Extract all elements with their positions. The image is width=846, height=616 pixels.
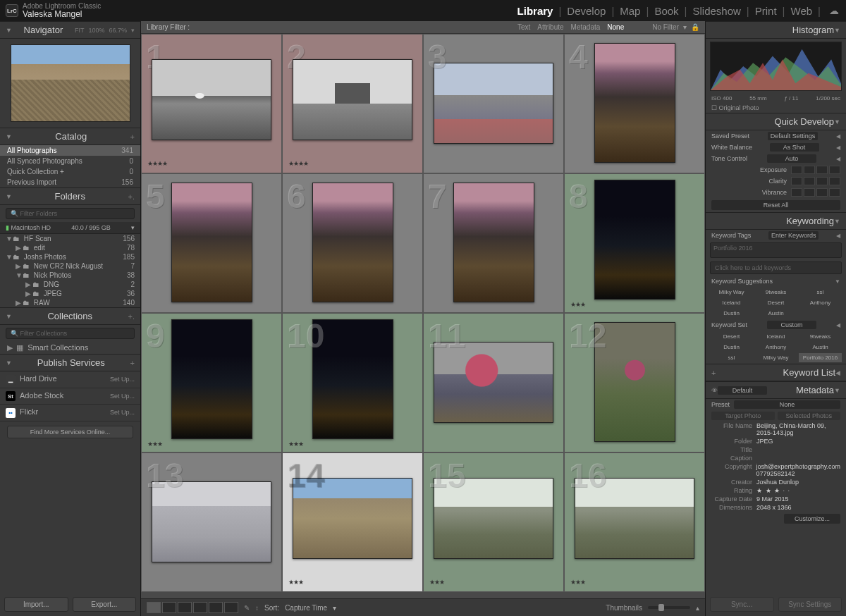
thumbnail[interactable] [453, 183, 534, 302]
keyword-suggestion[interactable]: Austin [754, 309, 797, 318]
thumbnail[interactable] [171, 183, 252, 302]
publish-service[interactable]: ••FlickrSet Up... [0, 405, 140, 421]
thumbnail[interactable] [434, 342, 553, 423]
metadata-row[interactable]: Caption [706, 454, 846, 462]
keyword-set-item[interactable]: Portfolio 2016 [799, 353, 842, 362]
keyword-set-item[interactable]: Milky Way [754, 353, 797, 362]
grid-view[interactable]: 1★★★★2★★★★345678★★★9★★★10★★★11121314★★★1… [141, 34, 705, 598]
plus-icon[interactable]: +. [128, 312, 135, 321]
folder-item[interactable]: ▼🖿 Nick Photos38 [0, 271, 140, 280]
catalog-header[interactable]: ▼ Catalog + [0, 128, 140, 145]
grid-cell[interactable]: 11 [423, 313, 564, 452]
keyword-set-select[interactable]: Custom [767, 321, 816, 329]
folder-item[interactable]: ▶🖿 edit78 [0, 243, 140, 252]
catalog-item[interactable]: Quick Collection +0 [0, 166, 140, 177]
collections-search[interactable]: 🔍 Filter Collections [6, 328, 135, 339]
qd-select[interactable]: Default Settings [768, 132, 819, 140]
increase-button[interactable] [816, 188, 828, 197]
keyword-set-item[interactable]: Anthony [754, 343, 797, 352]
keyword-add-input[interactable]: Click here to add keywords [710, 261, 842, 274]
publish-service[interactable]: StAdobe StockSet Up... [0, 388, 140, 405]
thumbnail[interactable] [293, 478, 412, 559]
catalog-item[interactable]: All Photographs341 [0, 145, 140, 156]
thumbnail[interactable] [312, 319, 393, 439]
smart-collections[interactable]: ▶ ▦ Smart Collections [0, 342, 140, 354]
keyword-set-item[interactable]: Iceland [754, 332, 797, 341]
thumbnail[interactable] [152, 59, 271, 140]
module-develop[interactable]: Develop [565, 5, 607, 17]
nav-zoom-custom[interactable]: 66.7% [109, 27, 127, 34]
chevron-down-icon[interactable]: ▾ [131, 224, 135, 231]
keyword-tags-field[interactable]: Portfolio 2016 [710, 242, 842, 258]
keyword-tags-mode[interactable]: Enter Keywords [768, 231, 819, 240]
sort-value[interactable]: Capture Time [285, 604, 327, 612]
chevron-left-icon[interactable]: ◀ [836, 156, 840, 162]
grid-cell[interactable]: 10★★★ [282, 313, 423, 452]
lock-icon[interactable]: 🔒 [691, 23, 699, 31]
keyword-suggestion[interactable]: Desert [754, 298, 797, 307]
grid-cell[interactable]: 15★★★ [423, 452, 564, 592]
quick-develop-header[interactable]: Quick Develop▼ [706, 113, 846, 130]
grid-cell[interactable]: 4 [564, 34, 705, 173]
grid-view-button[interactable] [147, 602, 161, 613]
eye-icon[interactable]: 👁 [711, 387, 718, 394]
filter-tab-metadata[interactable]: Metadata [571, 23, 601, 31]
keyword-set-item[interactable]: Dustin [710, 343, 753, 352]
metadata-row[interactable]: CreatorJoshua Dunlop [706, 478, 846, 486]
publish-header[interactable]: ▼ Publish Services + [0, 354, 140, 371]
metadata-row[interactable]: Copyrightjosh@expertphotography.com 0779… [706, 462, 846, 478]
people-view-button[interactable] [209, 602, 223, 613]
module-library[interactable]: Library [516, 5, 555, 17]
metadata-row[interactable]: Title [706, 445, 846, 454]
folder-item[interactable]: ▼🖿 Joshs Photos185 [0, 252, 140, 261]
decrease-button[interactable] [804, 166, 815, 174]
increase-large-button[interactable] [829, 188, 840, 197]
drive-row[interactable]: ▮ Macintosh HD 40.0 / 995 GB ▾ [0, 222, 140, 234]
original-photo-checkbox[interactable]: ☐ Original Photo [706, 103, 846, 113]
folder-item[interactable]: ▼🖿 HF Scan156 [0, 234, 140, 243]
folder-item[interactable]: ▶🖿 New CR2 Nick August7 [0, 261, 140, 271]
metadata-row[interactable]: Rating★ ★ ★ · · [706, 486, 846, 495]
catalog-item[interactable]: Previous Import156 [0, 177, 140, 187]
publish-service[interactable]: ▁Hard DriveSet Up... [0, 371, 140, 388]
target-photo-button[interactable]: Target Photo [711, 412, 775, 420]
reset-all-button[interactable]: Reset All [711, 200, 840, 210]
folders-header[interactable]: ▼ Folders +. [0, 187, 140, 205]
chevron-down-icon[interactable]: ▾ [683, 23, 687, 31]
keyword-suggestion[interactable]: Dustin [710, 309, 753, 318]
grid-cell[interactable]: 8★★★ [564, 173, 705, 313]
thumbnail[interactable] [312, 183, 393, 302]
decrease-large-button[interactable] [791, 177, 802, 185]
metadata-row[interactable]: Dimensions2048 x 1366 [706, 503, 846, 512]
catalog-item[interactable]: All Synced Photographs0 [0, 156, 140, 166]
compare-view-button[interactable] [178, 602, 192, 613]
filter-preset[interactable]: No Filter [652, 23, 679, 31]
qd-select[interactable]: As Shot [770, 143, 819, 152]
grid-cell[interactable]: 13 [141, 452, 282, 592]
filter-tab-none[interactable]: None [607, 23, 624, 31]
keyword-set-item[interactable]: Austin [799, 343, 842, 352]
keyword-set-item[interactable]: 9tweaks [799, 332, 842, 341]
import-button[interactable]: Import... [4, 597, 68, 612]
keyword-set-item[interactable]: Desert [710, 332, 753, 341]
collections-header[interactable]: ▼ Collections +. [0, 307, 140, 325]
thumbnail[interactable] [171, 319, 252, 439]
increase-button[interactable] [816, 166, 828, 174]
grid-cell[interactable]: 16★★★ [564, 452, 705, 592]
metadata-row[interactable]: Capture Date9 Mar 2015 [706, 495, 846, 503]
survey-view-button[interactable] [193, 602, 207, 613]
keyword-suggestion[interactable]: 9tweaks [754, 288, 797, 297]
keyword-suggestion[interactable]: Milky Way [710, 288, 753, 297]
metadata-row[interactable]: FolderJPEG [706, 437, 846, 445]
module-slideshow[interactable]: Slideshow [691, 5, 742, 17]
export-button[interactable]: Export... [73, 597, 137, 612]
metadata-view-select[interactable]: Default [718, 386, 767, 395]
thumbnail[interactable] [594, 322, 675, 442]
sort-direction-icon[interactable]: ↕ [255, 604, 259, 612]
histogram-header[interactable]: Histogram ▼ [706, 21, 846, 39]
folder-item[interactable]: ▶🖿 JPEG36 [0, 289, 140, 298]
plus-icon[interactable]: + [130, 359, 135, 367]
navigator-preview[interactable] [11, 44, 130, 122]
grid-cell[interactable]: 3 [423, 34, 564, 173]
nav-fit[interactable]: FIT [75, 27, 85, 34]
